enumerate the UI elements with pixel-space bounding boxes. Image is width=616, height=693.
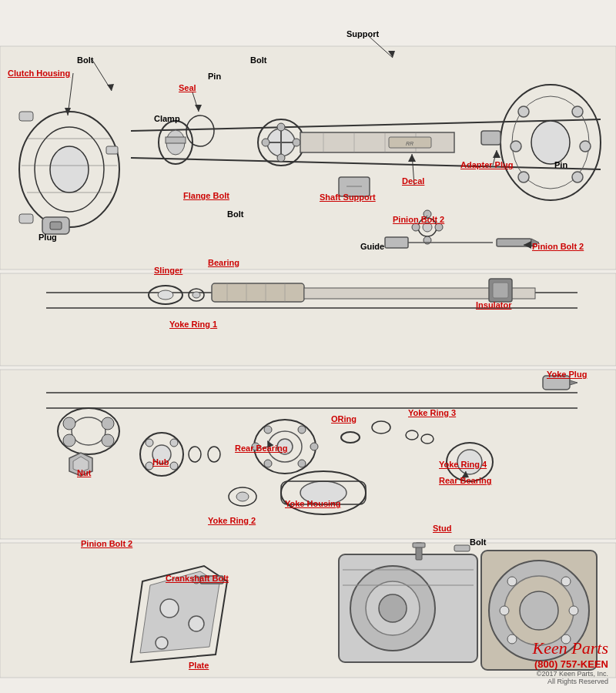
svg-point-98 (310, 443, 318, 450)
svg-point-21 (159, 121, 192, 164)
label-bolt-1[interactable]: Bolt (77, 55, 93, 65)
svg-point-74 (58, 408, 119, 454)
label-slinger[interactable]: Slinger (154, 266, 182, 275)
label-nut[interactable]: Nut (77, 468, 91, 477)
label-rear-bearing-2[interactable]: Rear Bearing (439, 476, 491, 485)
svg-point-88 (189, 447, 201, 462)
svg-point-111 (350, 566, 435, 651)
label-plate[interactable]: Plate (189, 661, 209, 670)
label-yoke-housing[interactable]: Yoke Housing (285, 499, 341, 508)
rights: All Rights Reserved (533, 678, 608, 685)
label-support[interactable]: Support (346, 29, 379, 38)
label-flange-bolt[interactable]: Flange Bolt (183, 191, 229, 200)
label-clutch-housing[interactable]: Clutch Housing (8, 69, 70, 78)
svg-line-138 (68, 73, 73, 116)
svg-point-102 (421, 434, 434, 444)
svg-marker-149 (493, 150, 500, 158)
svg-point-44 (580, 141, 591, 152)
svg-rect-71 (304, 288, 535, 299)
label-pinion-bolt2-top[interactable]: Pinion Bolt 2 (393, 215, 444, 224)
label-bolt-3[interactable]: Bolt (227, 209, 243, 219)
label-clamp[interactable]: Clamp (154, 114, 180, 123)
svg-rect-58 (385, 237, 408, 248)
svg-point-38 (500, 85, 601, 200)
svg-point-30 (293, 139, 300, 146)
svg-marker-141 (107, 84, 114, 91)
svg-point-99 (341, 432, 360, 443)
svg-rect-19 (42, 217, 69, 234)
svg-marker-152 (524, 241, 531, 249)
svg-point-62 (149, 286, 182, 304)
label-adapter-plug[interactable]: Adapter Plug (460, 160, 513, 169)
svg-point-93 (264, 426, 272, 434)
svg-point-79 (102, 434, 114, 447)
svg-point-56 (412, 223, 420, 231)
svg-point-64 (189, 289, 204, 301)
svg-point-77 (102, 417, 114, 430)
svg-point-85 (170, 439, 178, 447)
label-pin-2[interactable]: Pin (554, 160, 567, 169)
label-yoke-plug[interactable]: Yoke Plug (547, 370, 587, 379)
svg-rect-15 (106, 146, 118, 154)
svg-point-100 (372, 421, 390, 434)
svg-marker-143 (388, 51, 395, 58)
label-o-ring[interactable]: ORing (331, 414, 357, 424)
label-pinion-bolt2-right[interactable]: Pinion Bolt 2 (532, 242, 584, 251)
svg-line-144 (192, 92, 199, 112)
svg-point-31 (277, 123, 285, 131)
diagram-container: RR (0, 0, 616, 693)
label-crankshaft-bolt[interactable]: Crankshaft Bolt (166, 574, 229, 583)
svg-point-25 (258, 119, 304, 166)
svg-rect-133 (416, 543, 422, 560)
svg-point-39 (512, 96, 589, 189)
svg-point-129 (189, 616, 204, 631)
svg-rect-23 (166, 137, 186, 143)
svg-point-46 (572, 172, 583, 182)
label-plug[interactable]: Plug (38, 233, 57, 242)
svg-point-40 (531, 121, 570, 164)
label-pin-1[interactable]: Pin (208, 72, 221, 81)
svg-point-89 (208, 447, 220, 462)
parts-diagram-svg: RR (0, 0, 616, 693)
svg-point-122 (500, 606, 509, 615)
label-insulator[interactable]: Insulator (476, 300, 511, 310)
label-bolt-4[interactable]: Bolt (470, 537, 486, 547)
label-rear-bearing-1[interactable]: Rear Bearing (235, 444, 287, 453)
svg-text:RR: RR (406, 141, 413, 146)
label-guide[interactable]: Guide (360, 242, 384, 251)
svg-rect-1 (0, 273, 616, 366)
svg-point-65 (192, 292, 200, 298)
svg-point-119 (520, 591, 558, 630)
label-seal[interactable]: Seal (179, 83, 196, 92)
svg-point-118 (504, 576, 574, 645)
label-hub[interactable]: Hub (152, 457, 169, 467)
svg-point-22 (166, 130, 185, 155)
label-stud[interactable]: Stud (433, 524, 451, 533)
label-yoke-ring-1[interactable]: Yoke Ring 1 (169, 320, 217, 329)
svg-marker-145 (195, 105, 202, 112)
svg-rect-72 (489, 279, 512, 302)
svg-rect-2 (0, 370, 616, 539)
label-decal[interactable]: Decal (402, 176, 424, 186)
svg-point-45 (518, 172, 529, 182)
label-shaft-support[interactable]: Shaft Support (320, 192, 376, 202)
svg-point-10 (19, 112, 119, 227)
label-yoke-ring-3[interactable]: Yoke Ring 3 (408, 408, 456, 417)
svg-point-57 (435, 223, 443, 231)
svg-point-128 (160, 599, 179, 618)
svg-line-4 (131, 119, 601, 131)
phone-number: (800) 757-KEEN (533, 658, 608, 670)
label-yoke-ring-2[interactable]: Yoke Ring 2 (208, 516, 256, 525)
svg-rect-20 (50, 222, 62, 229)
label-pinion-bolt2-bottom[interactable]: Pinion Bolt 2 (81, 539, 132, 548)
svg-rect-134 (413, 543, 425, 547)
svg-point-11 (35, 127, 104, 212)
svg-rect-135 (454, 545, 470, 551)
label-bearing[interactable]: Bearing (208, 258, 239, 267)
svg-point-113 (379, 594, 407, 622)
label-yoke-ring-4[interactable]: Yoke Ring 4 (439, 460, 487, 469)
svg-point-82 (140, 433, 183, 476)
svg-point-120 (507, 577, 517, 586)
svg-point-55 (424, 236, 431, 244)
label-bolt-2[interactable]: Bolt (250, 55, 266, 65)
